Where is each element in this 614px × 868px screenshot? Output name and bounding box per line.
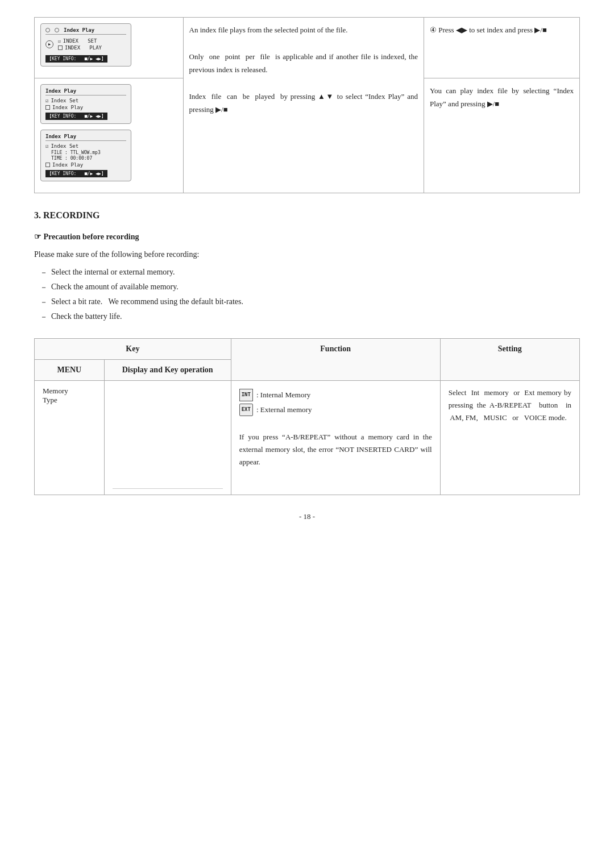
key-header: Key <box>35 339 231 360</box>
device-image-cell-2: Index Play ☑ Index Set Index Play 【KEY I… <box>35 78 184 193</box>
note-text-2: You can play index file by selecting “In… <box>430 84 574 111</box>
description-cell: An index file plays from the selected po… <box>183 18 424 193</box>
intro-text: Please make sure of the following before… <box>34 250 580 259</box>
menu-header: MENU <box>35 360 105 381</box>
bullet-list: Select the internal or external memory. … <box>45 268 580 321</box>
table-row-memory: MemoryType INT : Internal Memory EXT : E… <box>35 381 580 495</box>
page-number: - 18 - <box>34 512 580 521</box>
menu-cell-memory: MemoryType <box>35 381 105 495</box>
note-text-1: ④ Press ◀▶ to set index and press ▶/■ <box>430 23 574 36</box>
note-cell-2: You can play index file by selecting “In… <box>424 78 579 193</box>
external-memory-icon: EXT <box>239 404 253 416</box>
recording-section: 3. RECORDING Precaution before recording… <box>34 210 580 321</box>
precaution-title: Precaution before recording <box>34 232 580 242</box>
memory-type-label: MemoryType <box>43 387 96 405</box>
bullet-item-4: Check the battery life. <box>45 312 580 321</box>
external-memory-label: : External memory <box>256 404 312 416</box>
desc-text-1: An index file plays from the selected po… <box>189 23 418 117</box>
function-text-memory: INT : Internal Memory EXT : External mem… <box>239 389 432 469</box>
device-mockup-2: Index Play ☑ Index Set Index Play 【KEY I… <box>40 84 131 124</box>
internal-memory-icon: INT <box>239 389 253 401</box>
top-section-table: Index Play ▶ ☑ INDEX SET INDEX PLAY 【KEY… <box>34 17 580 193</box>
bullet-item-3: Select a bit rate. We recommend using th… <box>45 297 580 306</box>
function-table: Key Function Setting MENU Display and Ke… <box>34 338 580 495</box>
setting-text-memory: Select Int memory or Ext memory by press… <box>449 387 571 424</box>
key-info-label-3: 【KEY INFO: ■/▶ ◀▶】 <box>45 170 107 177</box>
bullet-item-2: Check the amount of available memory. <box>45 283 580 292</box>
external-memory-line: EXT : External memory <box>239 404 432 416</box>
device-image-cell-1: Index Play ▶ ☑ INDEX SET INDEX PLAY 【KEY… <box>35 18 184 78</box>
function-cell-memory: INT : Internal Memory EXT : External mem… <box>231 381 440 495</box>
note-cell-1: ④ Press ◀▶ to set index and press ▶/■ <box>424 18 579 78</box>
function-note-text: If you press “A-B/REPEAT” without a memo… <box>239 431 432 468</box>
setting-header: Setting <box>440 339 579 381</box>
internal-memory-line: INT : Internal Memory <box>239 389 432 401</box>
display-header: Display and Key operation <box>104 360 231 381</box>
key-info-label-2: 【KEY INFO: ■/▶ ◀▶】 <box>45 113 107 120</box>
bullet-item-1: Select the internal or external memory. <box>45 268 580 277</box>
internal-memory-label: : Internal Memory <box>256 389 310 401</box>
device-mockup-3: Index Play ☑ Index Set FILE : TTL_WOW.mp… <box>40 130 131 181</box>
device-mockup-1: Index Play ▶ ☑ INDEX SET INDEX PLAY 【KEY… <box>40 23 131 67</box>
display-cell-memory <box>104 381 231 495</box>
function-header: Function <box>231 339 440 381</box>
key-info-label-1: 【KEY INFO: ■/▶ ◀▶】 <box>45 55 107 63</box>
section-title: 3. RECORDING <box>34 210 580 221</box>
play-button-icon: ▶ <box>45 40 53 48</box>
setting-cell-memory: Select Int memory or Ext memory by press… <box>440 381 579 495</box>
